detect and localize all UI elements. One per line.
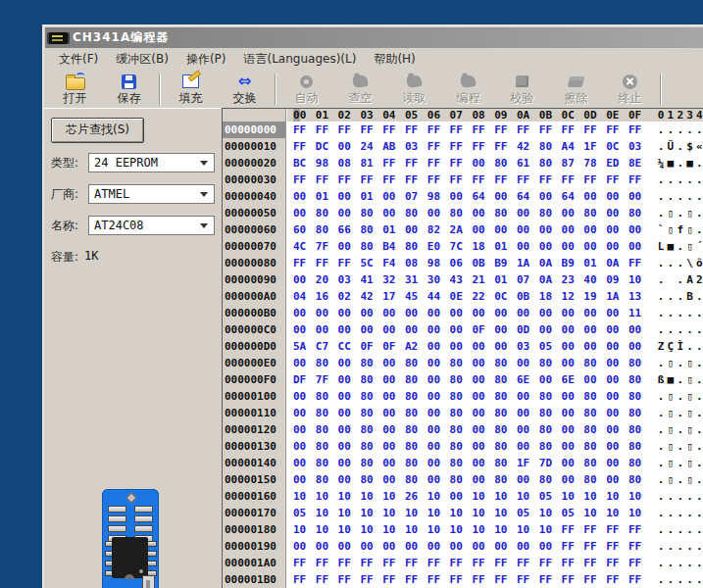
hex-byte-cell[interactable]: 80 xyxy=(405,205,427,221)
hex-byte-cell[interactable]: FF xyxy=(293,555,316,571)
hex-byte-cell[interactable]: 80 xyxy=(316,421,338,438)
hex-byte-cell[interactable]: 00 xyxy=(450,538,473,555)
hex-byte-cell[interactable]: 80 xyxy=(405,455,427,471)
hex-byte-cell[interactable]: 80 xyxy=(628,355,651,371)
hex-byte-cell[interactable]: F4 xyxy=(382,255,405,271)
hex-byte-cell[interactable]: 01 xyxy=(494,238,517,255)
hex-byte-cell[interactable]: 61 xyxy=(517,155,539,172)
hex-byte-cell[interactable]: 80 xyxy=(583,355,606,371)
hex-byte-cell[interactable]: FF xyxy=(562,538,584,555)
hex-byte-cell[interactable]: 23 xyxy=(562,271,584,288)
hex-byte-cell[interactable]: 00 xyxy=(562,421,584,438)
hex-byte-cell[interactable]: 03 xyxy=(338,271,361,288)
hex-byte-cell[interactable]: 80 xyxy=(316,438,338,455)
hex-byte-cell[interactable]: 07 xyxy=(517,271,539,288)
hex-byte-cell[interactable]: 80 xyxy=(316,471,338,488)
hex-byte-cell[interactable]: FF xyxy=(450,555,473,571)
hex-byte-cell[interactable]: FF xyxy=(562,122,584,138)
hex-byte-cell[interactable]: 10 xyxy=(472,521,494,538)
hex-byte-cell[interactable]: 80 xyxy=(405,471,427,488)
hex-byte-cell[interactable]: 80 xyxy=(583,421,606,438)
hex-byte-cell[interactable]: 00 xyxy=(382,205,405,221)
hex-byte-cell[interactable]: 0F xyxy=(360,338,382,355)
hex-byte-cell[interactable]: 10 xyxy=(293,488,316,505)
hex-byte-cell[interactable]: 0B xyxy=(472,255,494,271)
hex-byte-cell[interactable]: 64 xyxy=(562,188,584,205)
hex-byte-cell[interactable]: 00 xyxy=(472,355,494,371)
ascii-cell[interactable]: ..... xyxy=(658,538,703,555)
hex-byte-cell[interactable]: 98 xyxy=(316,155,338,172)
hex-byte-cell[interactable]: 80 xyxy=(539,405,562,421)
hex-byte-cell[interactable]: 00 xyxy=(583,221,606,238)
hex-byte-cell[interactable]: 10 xyxy=(382,488,405,505)
hex-byte-cell[interactable]: 78 xyxy=(583,155,606,172)
hex-byte-cell[interactable]: 80 xyxy=(405,371,427,388)
hex-byte-cell[interactable]: FF xyxy=(628,255,651,271)
hex-byte-cell[interactable]: FF xyxy=(583,538,606,555)
toolbar-button-open-folder[interactable]: 打开 xyxy=(48,72,102,105)
hex-byte-cell[interactable]: FF xyxy=(338,555,361,571)
hex-byte-cell[interactable]: 00 xyxy=(517,305,539,321)
hex-byte-cell[interactable]: 10 xyxy=(293,521,316,538)
hex-byte-cell[interactable]: 00 xyxy=(606,471,628,488)
hex-byte-cell[interactable]: FF xyxy=(450,122,473,138)
ascii-cell[interactable]: .▯.▯. xyxy=(658,205,703,221)
hex-byte-cell[interactable]: FF xyxy=(539,571,562,588)
hex-byte-cell[interactable]: FF xyxy=(382,122,405,138)
hex-byte-cell[interactable]: 41 xyxy=(360,271,382,288)
hex-byte-cell[interactable]: 00 xyxy=(338,305,361,321)
hex-byte-cell[interactable]: FF xyxy=(382,155,405,172)
hex-byte-cell[interactable]: A4 xyxy=(562,138,584,155)
hex-byte-cell[interactable]: 80 xyxy=(628,438,651,455)
field-combobox-2[interactable]: AT24C08 xyxy=(88,216,215,235)
hex-byte-cell[interactable]: FF xyxy=(517,571,539,588)
hex-byte-cell[interactable]: 5C xyxy=(360,255,382,271)
hex-byte-cell[interactable]: 00 xyxy=(583,305,606,321)
hex-byte-cell[interactable]: 00 xyxy=(338,138,361,155)
hex-byte-cell[interactable]: FF xyxy=(360,555,382,571)
hex-byte-cell[interactable]: 00 xyxy=(427,305,450,321)
hex-byte-cell[interactable]: FF xyxy=(427,555,450,571)
hex-byte-cell[interactable]: 00 xyxy=(539,238,562,255)
hex-byte-cell[interactable]: FF xyxy=(316,255,338,271)
hex-byte-cell[interactable]: FF xyxy=(606,122,628,138)
hex-byte-cell[interactable]: 00 xyxy=(562,355,584,371)
hex-byte-cell[interactable]: FF xyxy=(405,155,427,172)
field-combobox-1[interactable]: ATMEL xyxy=(88,184,215,204)
hex-byte-cell[interactable]: 00 xyxy=(606,221,628,238)
hex-byte-cell[interactable]: 00 xyxy=(606,371,628,388)
hex-byte-cell[interactable]: A2 xyxy=(405,338,427,355)
ascii-cell[interactable]: ..... xyxy=(658,571,703,588)
hex-byte-cell[interactable]: FF xyxy=(338,571,361,588)
hex-byte-cell[interactable]: FF xyxy=(606,571,628,588)
hex-byte-cell[interactable]: 0F xyxy=(472,321,494,338)
hex-byte-cell[interactable]: 00 xyxy=(583,188,606,205)
hex-byte-cell[interactable]: 00 xyxy=(562,338,584,355)
hex-byte-cell[interactable]: 00 xyxy=(338,455,361,471)
hex-byte-cell[interactable]: 01 xyxy=(316,188,338,205)
hex-byte-cell[interactable]: 00 xyxy=(539,538,562,555)
hex-byte-cell[interactable]: 7C xyxy=(450,238,473,255)
hex-byte-cell[interactable]: 80 xyxy=(450,455,473,471)
hex-byte-cell[interactable]: FF xyxy=(562,521,584,538)
hex-byte-cell[interactable]: 00 xyxy=(293,455,316,471)
hex-byte-cell[interactable]: 00 xyxy=(316,538,338,555)
hex-byte-cell[interactable]: 80 xyxy=(450,405,473,421)
hex-byte-cell[interactable]: 10 xyxy=(382,521,405,538)
hex-byte-cell[interactable]: 5A xyxy=(293,338,316,355)
hex-byte-cell[interactable]: 00 xyxy=(517,471,539,488)
hex-byte-cell[interactable]: 64 xyxy=(517,188,539,205)
hex-byte-cell[interactable]: 80 xyxy=(450,471,473,488)
hex-byte-cell[interactable]: 00 xyxy=(472,221,494,238)
hex-byte-cell[interactable]: 00 xyxy=(562,238,584,255)
hex-byte-cell[interactable]: 80 xyxy=(539,138,562,155)
hex-byte-cell[interactable]: 00 xyxy=(382,438,405,455)
hex-byte-cell[interactable]: 10 xyxy=(382,505,405,521)
hex-byte-cell[interactable]: FF xyxy=(382,571,405,588)
hex-byte-cell[interactable]: CC xyxy=(338,338,361,355)
hex-byte-cell[interactable]: 00 xyxy=(517,438,539,455)
hex-byte-cell[interactable]: 00 xyxy=(472,371,494,388)
hex-byte-cell[interactable]: FF xyxy=(539,122,562,138)
ascii-cell[interactable]: .Ü.$« xyxy=(658,138,703,155)
hex-byte-cell[interactable]: 80 xyxy=(583,471,606,488)
